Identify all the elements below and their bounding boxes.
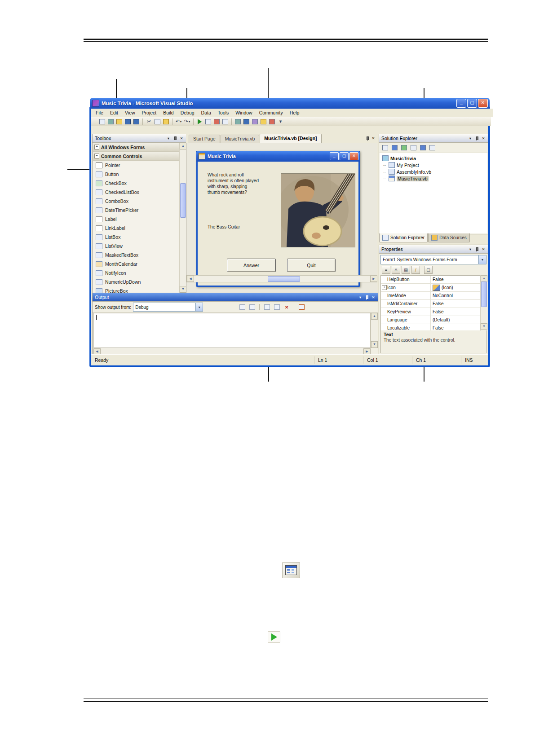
property-row-imemode[interactable]: ImeMode NoControl <box>381 292 480 300</box>
menu-file[interactable]: File <box>96 110 103 115</box>
toolbox-item-combobox[interactable]: ComboBox <box>93 197 180 206</box>
toolbox-item-button[interactable]: Button <box>93 170 180 179</box>
solution-explorer-icon[interactable] <box>234 118 242 125</box>
toolbox-item-picturebox[interactable]: PictureBox <box>93 286 180 293</box>
next-message-icon[interactable] <box>273 303 281 311</box>
auto-hide-pin-icon[interactable] <box>172 136 178 141</box>
toolbox-item-listview[interactable]: ListView <box>93 242 180 251</box>
toolbox-item-listbox[interactable]: ListBox <box>93 233 180 242</box>
scrollbar-thumb[interactable] <box>268 276 300 282</box>
view-diagram-icon[interactable] <box>428 144 436 152</box>
property-row-language[interactable]: Language (Default) <box>381 316 480 324</box>
design-horizontal-scrollbar[interactable]: ◀ ▶ <box>186 275 377 282</box>
output-horizontal-scrollbar[interactable]: ◀ ▶ <box>93 348 371 355</box>
copy-icon[interactable] <box>154 118 161 125</box>
toolbox-item-checkedlistbox[interactable]: CheckedListBox <box>93 188 180 197</box>
toolbox-group-all-windows-forms[interactable]: + All Windows Forms <box>93 143 180 152</box>
quit-button[interactable]: Quit <box>287 259 336 272</box>
toolbox-item-monthcalendar[interactable]: MonthCalendar <box>93 259 180 268</box>
property-row-icon[interactable]: +Icon (Icon) <box>381 284 480 292</box>
goto-message-icon[interactable] <box>248 303 256 311</box>
output-content[interactable] <box>93 313 371 348</box>
music-trivia-form[interactable]: Music Trivia _ ▢ ✕ What rock and roll in… <box>196 151 360 287</box>
close-icon[interactable]: ✕ <box>480 136 486 141</box>
menu-community[interactable]: Community <box>259 110 283 115</box>
menu-data[interactable]: Data <box>201 110 211 115</box>
paste-icon[interactable] <box>162 118 170 125</box>
properties-scrollbar[interactable]: ▲ ▼ <box>480 275 486 330</box>
output-source-combo[interactable]: Debug ▼ <box>133 303 203 312</box>
toolbox-item-label[interactable]: Label <box>93 215 180 224</box>
tab-data-sources[interactable]: Data Sources <box>428 233 470 242</box>
chevron-down-icon[interactable]: ▾ <box>467 136 473 141</box>
tab-start-page[interactable]: Start Page <box>189 135 220 143</box>
menu-project[interactable]: Project <box>142 110 157 115</box>
toolbox-item-numericupdown[interactable]: NumericUpDown <box>93 277 180 286</box>
form-title-bar[interactable]: Music Trivia _ ▢ ✕ <box>196 151 360 162</box>
toolbox-item-maskedtextbox[interactable]: MaskedTextBox <box>93 251 180 259</box>
save-all-icon[interactable] <box>133 118 140 125</box>
object-browser-icon[interactable] <box>251 118 259 125</box>
break-all-icon[interactable] <box>204 118 212 125</box>
properties-window-icon[interactable] <box>243 118 250 125</box>
tab-musictrivia-design[interactable]: MusicTrivia.vb [Design] <box>260 134 321 143</box>
chevron-down-icon[interactable]: ▼ <box>195 303 203 311</box>
scrollbar-thumb[interactable] <box>180 183 186 218</box>
tree-item-my-project[interactable]: -- My Project <box>382 162 487 168</box>
property-pages-icon[interactable]: ▢ <box>424 266 433 274</box>
toolbox-item-pointer[interactable]: Pointer <box>93 161 180 170</box>
cut-icon[interactable]: ✂ <box>145 118 153 125</box>
menu-edit[interactable]: Edit <box>110 110 118 115</box>
toolbar-grip[interactable] <box>95 119 97 124</box>
form-maximize-button[interactable]: ▢ <box>340 152 349 160</box>
chevron-down-icon[interactable]: ▼ <box>478 255 486 264</box>
properties-icon[interactable] <box>381 144 389 152</box>
menu-help[interactable]: Help <box>290 110 300 115</box>
property-row-keypreview[interactable]: KeyPreview False <box>381 308 480 316</box>
auto-hide-pin-icon[interactable] <box>363 294 370 300</box>
chevron-down-icon[interactable]: ▾ <box>467 246 473 252</box>
auto-hide-pin-icon[interactable] <box>364 136 370 141</box>
scroll-up-icon[interactable]: ▲ <box>180 143 186 149</box>
toolbox-scrollbar[interactable]: ▲ ▼ <box>179 143 186 293</box>
stop-debugging-icon[interactable] <box>213 118 221 125</box>
tab-solution-explorer[interactable]: Solution Explorer <box>379 233 428 242</box>
expand-icon[interactable]: + <box>94 145 99 149</box>
view-designer-icon[interactable] <box>419 144 427 152</box>
scroll-left-icon[interactable]: ◀ <box>187 276 194 282</box>
form-close-button[interactable]: ✕ <box>349 152 358 160</box>
scroll-down-icon[interactable]: ▼ <box>180 286 186 293</box>
output-vertical-scrollbar[interactable]: ▲ ▼ <box>371 313 377 348</box>
property-row-ismdicontainer[interactable]: IsMdiContainer False <box>381 300 480 308</box>
scroll-down-icon[interactable]: ▼ <box>371 341 378 348</box>
solution-explorer-header[interactable]: Solution Explorer ▾ ✕ <box>379 134 488 143</box>
scrollbar-thumb[interactable] <box>481 281 487 307</box>
save-icon[interactable] <box>124 118 132 125</box>
close-icon[interactable]: ✕ <box>178 136 185 141</box>
scroll-left-icon[interactable]: ◀ <box>93 348 101 355</box>
toolbar-options-icon[interactable]: ▾ <box>277 118 284 125</box>
menu-build[interactable]: Build <box>163 110 173 115</box>
toolbox-icon[interactable] <box>260 118 267 125</box>
tree-item-assemblyinfo[interactable]: -- AssemblyInfo.vb <box>382 168 487 175</box>
menu-debug[interactable]: Debug <box>181 110 195 115</box>
auto-hide-pin-icon[interactable] <box>473 136 480 141</box>
design-surface[interactable]: Music Trivia _ ▢ ✕ What rock and roll in… <box>186 143 377 293</box>
toolbox-item-checkbox[interactable]: CheckBox <box>93 179 180 188</box>
window-title-bar[interactable]: Music Trivia - Microsoft Visual Studio _… <box>90 98 490 109</box>
view-code-icon[interactable] <box>409 144 417 152</box>
minimize-button[interactable]: _ <box>456 99 466 108</box>
tree-item-project[interactable]: MusicTrivia <box>382 155 487 162</box>
refresh-icon[interactable] <box>400 144 408 152</box>
form-minimize-button[interactable]: _ <box>330 152 339 160</box>
property-row-localizable[interactable]: Localizable False <box>381 324 480 331</box>
menu-window[interactable]: Window <box>235 110 252 115</box>
scroll-down-icon[interactable]: ▼ <box>481 323 487 330</box>
error-list-icon[interactable] <box>268 118 276 125</box>
output-header[interactable]: Output ▾ ✕ <box>93 293 378 302</box>
scroll-right-icon[interactable]: ▶ <box>363 348 371 355</box>
chevron-down-icon[interactable]: ▾ <box>165 136 172 141</box>
find-message-icon[interactable] <box>238 303 246 311</box>
maximize-button[interactable]: ▢ <box>467 99 477 108</box>
tree-item-musictrivia-vb[interactable]: -- MusicTrivia.vb <box>382 175 487 182</box>
